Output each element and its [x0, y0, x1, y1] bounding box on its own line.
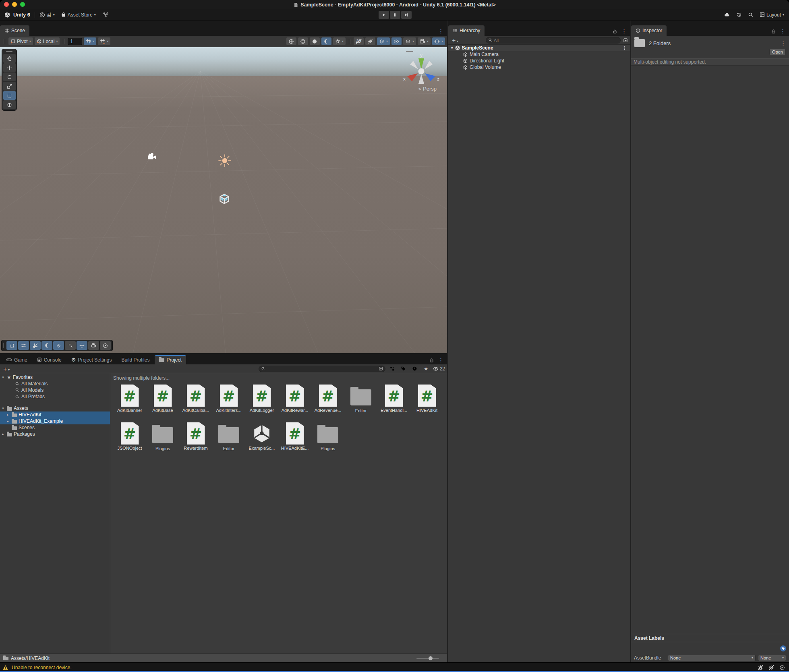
tree-scenes[interactable]: Scenes	[0, 424, 110, 431]
lock-icon[interactable]	[771, 29, 776, 34]
sphere-half-button[interactable]	[298, 37, 308, 45]
videocam-overlay-button[interactable]	[88, 341, 99, 350]
open-button[interactable]: Open	[769, 49, 786, 55]
crescent-overlay-button[interactable]	[41, 341, 52, 350]
file-item[interactable]: Editor	[212, 422, 245, 456]
hierarchy-item-global-volume[interactable]: Global Volume	[448, 64, 630, 70]
file-item[interactable]: #AdRevenue...	[311, 384, 344, 418]
cloud-icon[interactable]	[724, 12, 730, 18]
zoom-window-button[interactable]	[20, 2, 25, 7]
favorite-search-button[interactable]: ★	[422, 365, 431, 372]
axis-y-label[interactable]: y	[420, 53, 422, 58]
file-item[interactable]: #AdKitRewar...	[278, 384, 311, 418]
tab-project-settings[interactable]: ⚙Project Settings	[67, 355, 116, 364]
create-object-button[interactable]: ＋▾	[451, 37, 458, 43]
tree-all-models[interactable]: All Models	[0, 387, 110, 393]
chevron-down-icon[interactable]: ▾	[342, 40, 344, 43]
sphere-wire-button[interactable]	[286, 37, 296, 45]
tree-favorites[interactable]: ▾★Favorites	[0, 374, 110, 380]
eye-button[interactable]	[391, 37, 402, 45]
slider-knob[interactable]	[429, 656, 433, 660]
tab-build-profiles[interactable]: Build Profiles	[117, 355, 154, 364]
tab-game[interactable]: Game	[2, 355, 32, 364]
pivot-mode-button[interactable]: Pivot ▾	[8, 37, 33, 45]
collab-disabled-icon[interactable]	[768, 665, 774, 670]
triangle-right-icon[interactable]: ▸	[6, 413, 10, 417]
file-item[interactable]: Editor	[344, 384, 377, 418]
debugger-detached-icon[interactable]	[758, 665, 763, 670]
project-content[interactable]: Showing multiple folders... #AdKitBanner…	[110, 373, 447, 653]
snap-increment-button[interactable]: ▾	[98, 37, 110, 45]
tree-packages[interactable]: ▸Packages	[0, 431, 110, 437]
diamond-overlay-button[interactable]	[53, 341, 64, 350]
tree-all-materials[interactable]: All Materials	[0, 380, 110, 387]
lock-icon[interactable]	[613, 29, 617, 34]
chevron-down-icon[interactable]: ▾	[107, 40, 108, 43]
account-menu[interactable]: 김 ▾	[39, 11, 55, 18]
tab-scene[interactable]: Scene	[0, 25, 29, 36]
tree-all-prefabs[interactable]: All Prefabs	[0, 393, 110, 400]
ball-button[interactable]	[310, 37, 320, 45]
hidden-count-badge[interactable]: 22	[433, 366, 445, 372]
file-item[interactable]: ExampleSc...	[245, 422, 278, 456]
tree-assets[interactable]: ▾Assets	[0, 405, 110, 411]
minimize-window-button[interactable]	[12, 2, 17, 7]
crescent-button[interactable]	[321, 37, 331, 45]
axis-z-label[interactable]: z	[437, 77, 439, 81]
assetbundle-variant-dropdown[interactable]: None ▾	[758, 655, 786, 661]
tab-hierarchy[interactable]: Hierarchy	[448, 25, 485, 36]
file-item[interactable]: #EventHandl...	[377, 384, 410, 418]
hierarchy-scene-root[interactable]: ▾SampleScene⋮	[448, 45, 630, 51]
tab-console[interactable]: Console	[33, 355, 66, 364]
orientation-mode-button[interactable]: Local ▾	[35, 37, 60, 45]
compass-overlay-button[interactable]	[100, 341, 111, 350]
history-icon[interactable]	[736, 12, 742, 18]
lock-icon[interactable]	[432, 48, 436, 52]
transform-tool-button[interactable]	[3, 100, 16, 109]
overlay-drag-handle[interactable]	[406, 51, 413, 52]
search-icon[interactable]	[748, 12, 754, 18]
search-by-type-button[interactable]	[388, 365, 397, 372]
magnifier-overlay-button[interactable]	[65, 341, 76, 350]
file-item[interactable]: #AdKitLogger	[245, 384, 278, 418]
project-search-input[interactable]	[267, 366, 377, 371]
tree-hiveadkit-example[interactable]: ▸HIVEAdKit_Example	[0, 418, 110, 424]
lock-icon[interactable]	[429, 358, 434, 363]
file-item[interactable]: #AdKitCallba...	[179, 384, 212, 418]
tab-project[interactable]: Project	[155, 355, 186, 364]
file-item[interactable]: Plugins	[146, 422, 179, 456]
twod-off-button[interactable]: 2D	[354, 37, 364, 45]
close-window-button[interactable]	[4, 2, 9, 7]
kebab-menu-icon[interactable]: ⋮	[438, 358, 443, 363]
file-item[interactable]: #RewardItem	[179, 422, 212, 456]
drag-handle[interactable]	[3, 343, 4, 348]
main-camera-gizmo[interactable]	[147, 153, 157, 162]
chevron-down-icon[interactable]: ▾	[386, 40, 388, 43]
axis-x-label[interactable]: x	[403, 77, 406, 81]
drag-handle[interactable]	[4, 39, 5, 44]
progress-idle-icon[interactable]	[779, 665, 785, 670]
chevron-down-icon[interactable]: ▾	[412, 40, 414, 43]
file-item[interactable]: Plugins	[311, 422, 344, 456]
asset-store-menu[interactable]: Asset Store ▾	[61, 12, 96, 18]
directional-light-gizmo[interactable]	[217, 153, 232, 169]
version-control-icon[interactable]	[103, 12, 109, 18]
overlay-drag-handle[interactable]	[6, 51, 12, 52]
audio-off-button[interactable]	[365, 37, 375, 45]
tree-hiveadkit[interactable]: ▸HIVEAdKit	[0, 411, 110, 418]
assetbundle-dropdown[interactable]: None ▾	[668, 655, 756, 661]
videocam-button[interactable]: ▾	[418, 37, 431, 45]
triangle-down-icon[interactable]: ▾	[1, 406, 5, 410]
chevron-down-icon[interactable]: ▾	[93, 40, 94, 43]
triangle-down-icon[interactable]: ▾	[451, 46, 453, 50]
gizmo-target-button[interactable]: ▾	[432, 37, 445, 45]
move-overlay-button[interactable]	[77, 341, 87, 350]
file-item[interactable]: #AdKitBase	[146, 384, 179, 418]
sliders-overlay-button[interactable]	[18, 341, 29, 350]
kebab-menu-icon[interactable]: ⋮	[622, 45, 630, 51]
tab-inspector[interactable]: Inspector	[631, 25, 667, 36]
layout-menu[interactable]: Layout ▾	[760, 12, 784, 18]
rotate-tool-button[interactable]	[3, 72, 16, 81]
triangle-down-icon[interactable]: ▾	[1, 375, 5, 379]
search-by-label-button[interactable]	[399, 365, 408, 372]
